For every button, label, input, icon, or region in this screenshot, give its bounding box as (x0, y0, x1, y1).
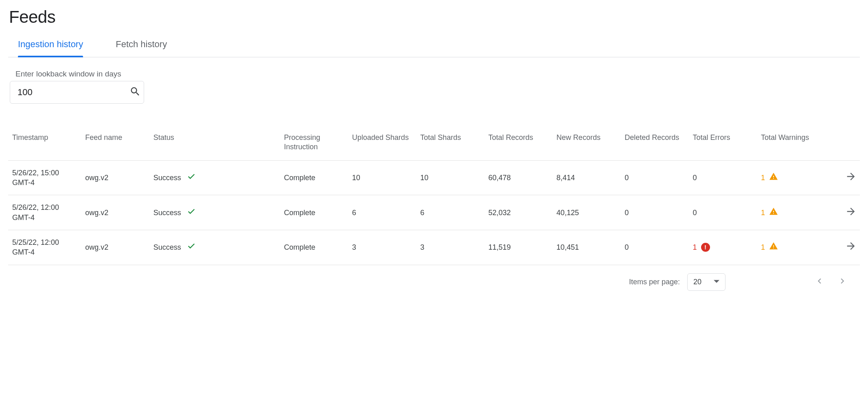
warning-icon (769, 172, 778, 183)
col-timestamp[interactable]: Timestamp (8, 128, 82, 160)
total-errors-cell: 0 (690, 195, 758, 230)
next-page-button[interactable] (837, 276, 848, 288)
total-records-cell: 52,032 (485, 195, 553, 230)
total-shards-cell: 3 (417, 230, 485, 265)
status-cell: Success (150, 195, 281, 230)
items-per-page-value: 20 (693, 278, 701, 286)
page-title: Feeds (8, 0, 860, 39)
check-icon (187, 207, 196, 218)
ingestion-table: Timestamp Feed name Status Processing In… (8, 128, 860, 265)
timestamp-cell: 5/26/22, 12:00 GMT-4 (8, 195, 82, 230)
timestamp-cell: 5/26/22, 15:00 GMT-4 (8, 160, 82, 195)
search-icon[interactable] (129, 86, 141, 99)
col-total-errors[interactable]: Total Errors (690, 128, 758, 160)
col-status[interactable]: Status (150, 128, 281, 160)
row-detail-arrow-icon[interactable] (845, 176, 857, 184)
total-records-cell: 11,519 (485, 230, 553, 265)
feed-name-cell: owg.v2 (82, 195, 150, 230)
warning-icon (769, 207, 778, 218)
items-per-page-label: Items per page: (629, 278, 680, 286)
total-warnings-cell: 1 (758, 195, 826, 230)
tabs: Ingestion history Fetch history (8, 39, 860, 57)
error-icon: ! (701, 243, 710, 252)
col-total-shards[interactable]: Total Shards (417, 128, 485, 160)
row-detail-arrow-icon[interactable] (845, 245, 857, 253)
feed-name-cell: owg.v2 (82, 230, 150, 265)
deleted-records-cell: 0 (621, 160, 689, 195)
status-cell: Success (150, 160, 281, 195)
lookback-input-wrap (10, 81, 144, 104)
new-records-cell: 40,125 (553, 195, 621, 230)
col-processing-instruction[interactable]: Processing Instruction (281, 128, 349, 160)
processing-instruction-cell: Complete (281, 195, 349, 230)
timestamp-cell: 5/25/22, 12:00 GMT-4 (8, 230, 82, 265)
feed-name-cell: owg.v2 (82, 160, 150, 195)
col-deleted-records[interactable]: Deleted Records (621, 128, 689, 160)
check-icon (187, 172, 196, 183)
uploaded-shards-cell: 6 (349, 195, 417, 230)
new-records-cell: 10,451 (553, 230, 621, 265)
lookback-input[interactable] (18, 87, 129, 98)
total-shards-cell: 10 (417, 160, 485, 195)
total-errors-cell: 1! (690, 230, 758, 265)
total-errors-cell: 0 (690, 160, 758, 195)
processing-instruction-cell: Complete (281, 160, 349, 195)
col-uploaded-shards[interactable]: Uploaded Shards (349, 128, 417, 160)
col-total-records[interactable]: Total Records (485, 128, 553, 160)
total-warnings-cell: 1 (758, 230, 826, 265)
processing-instruction-cell: Complete (281, 230, 349, 265)
total-errors-value: 0 (693, 209, 697, 217)
total-records-cell: 60,478 (485, 160, 553, 195)
dropdown-icon (714, 278, 719, 286)
tab-fetch-history[interactable]: Fetch history (116, 39, 167, 57)
uploaded-shards-cell: 3 (349, 230, 417, 265)
deleted-records-cell: 0 (621, 230, 689, 265)
items-per-page-select[interactable]: 20 (687, 273, 726, 291)
uploaded-shards-cell: 10 (349, 160, 417, 195)
total-warnings-value: 1 (761, 242, 765, 252)
col-new-records[interactable]: New Records (553, 128, 621, 160)
total-warnings-cell: 1 (758, 160, 826, 195)
total-warnings-value: 1 (761, 208, 765, 218)
table-row: 5/26/22, 15:00 GMT-4 owg.v2 Success Comp… (8, 160, 860, 195)
total-shards-cell: 6 (417, 195, 485, 230)
warning-icon (769, 242, 778, 253)
total-warnings-value: 1 (761, 173, 765, 183)
deleted-records-cell: 0 (621, 195, 689, 230)
col-feed-name[interactable]: Feed name (82, 128, 150, 160)
prev-page-button[interactable] (814, 276, 825, 288)
col-total-warnings[interactable]: Total Warnings (758, 128, 826, 160)
table-row: 5/26/22, 12:00 GMT-4 owg.v2 Success Comp… (8, 195, 860, 230)
total-errors-value: 0 (693, 174, 697, 182)
status-cell: Success (150, 230, 281, 265)
new-records-cell: 8,414 (553, 160, 621, 195)
lookback-label: Enter lookback window in days (15, 70, 860, 78)
row-detail-arrow-icon[interactable] (845, 211, 857, 219)
tab-ingestion-history[interactable]: Ingestion history (18, 39, 83, 57)
pagination: Items per page: 20 (8, 265, 860, 303)
total-errors-value: 1 (693, 242, 697, 252)
table-row: 5/25/22, 12:00 GMT-4 owg.v2 Success Comp… (8, 230, 860, 265)
check-icon (187, 242, 196, 253)
